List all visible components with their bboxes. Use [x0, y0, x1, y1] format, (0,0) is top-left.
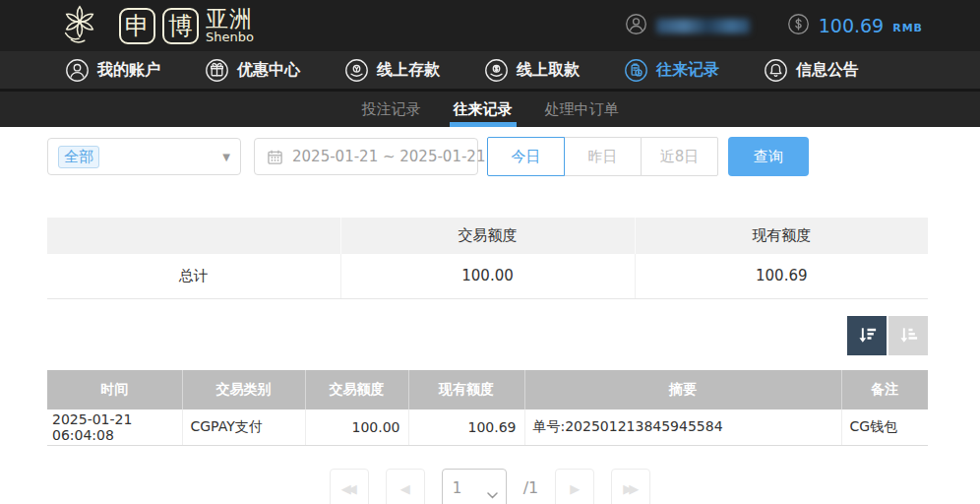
flower-logo-icon: [49, 1, 110, 50]
sort-ascending-button[interactable]: [888, 316, 928, 355]
record-remark: CG钱包: [841, 410, 928, 446]
balance-amount: 100.69: [819, 15, 884, 36]
range-yesterday-button[interactable]: 昨日: [564, 137, 642, 176]
summary-total-current-balance: 100.69: [635, 254, 928, 298]
range-today-button[interactable]: 今日: [487, 137, 565, 176]
nav-item-label: 我的账户: [97, 60, 160, 81]
nav-item-label: 往来记录: [656, 60, 719, 81]
records-header-type: 交易类别: [182, 370, 305, 410]
page-select[interactable]: 1: [442, 469, 507, 504]
topbar: 申 博 亚洲 Shenbo: [0, 0, 980, 51]
summary-total-transaction-amount: 100.00: [340, 254, 635, 298]
table-row: 2025-01-21 06:04:08 CGPAY支付 100.00 100.6…: [47, 410, 928, 446]
logo-char-2: 博: [162, 8, 199, 44]
type-select[interactable]: 全部 ▼: [47, 138, 241, 175]
user-icon: [625, 13, 647, 39]
record-amount: 100.00: [305, 410, 408, 446]
records-header-time: 时间: [47, 370, 182, 410]
logo-char-1: 申: [119, 8, 155, 44]
account-button[interactable]: [625, 13, 750, 39]
deposit-icon: [344, 58, 369, 83]
nav-item-transactions[interactable]: 往来记录: [624, 58, 719, 83]
bell-icon: [764, 58, 788, 83]
select-caret-icon: ▼: [222, 152, 230, 162]
user-icon: [65, 58, 90, 83]
date-range-input[interactable]: 2025-01-21 ~ 2025-01-21: [254, 138, 478, 175]
page-total-label: /1: [523, 469, 539, 504]
last-page-button[interactable]: ▶▶: [611, 469, 650, 504]
username-redacted: [656, 19, 750, 33]
filter-bar: 全部 ▼ 2025-01-21 ~ 2025-01-21 今日 昨日 近8日: [47, 137, 928, 176]
main-nav: 我的账户 优惠中心: [0, 51, 980, 92]
nav-item-my-account[interactable]: 我的账户: [65, 58, 160, 83]
nav-item-label: 优惠中心: [237, 60, 300, 81]
brand-logo: 申 博 亚洲 Shenbo: [49, 1, 254, 50]
summary-total-label: 总计: [47, 254, 340, 298]
sort-descending-button[interactable]: [847, 316, 887, 355]
next-page-button[interactable]: ▶: [555, 469, 594, 504]
first-page-icon: ◀◀: [341, 481, 357, 496]
sub-nav: 投注记录 往来记录 处理中订单: [0, 92, 980, 127]
nav-item-label: 线上存款: [377, 60, 440, 81]
search-button[interactable]: 查询: [728, 137, 809, 176]
type-select-value: 全部: [58, 146, 99, 168]
content-area: 全部 ▼ 2025-01-21 ~ 2025-01-21 今日 昨日 近8日: [0, 137, 980, 504]
balance-display: 100.69 RMB: [787, 13, 923, 39]
nav-item-deposit[interactable]: 线上存款: [344, 58, 440, 83]
quick-range-group: 今日 昨日 近8日: [487, 137, 718, 176]
withdraw-icon: [484, 58, 509, 83]
summary-table: 交易额度 现有额度 总计 100.00 100.69: [47, 218, 928, 299]
tab-processing-orders[interactable]: 处理中订单: [543, 92, 621, 127]
balance-currency: RMB: [892, 22, 923, 34]
logo-subtitle: Shenbo: [206, 31, 254, 44]
records-header-amount: 交易额度: [305, 370, 408, 410]
nav-item-promotions[interactable]: 优惠中心: [205, 58, 300, 83]
summary-header-transaction-amount: 交易额度: [340, 218, 635, 254]
transactions-icon: [624, 58, 648, 83]
records-table: 时间 交易类别 交易额度 现有额度 摘要 备注 2025-01-21 06:04…: [47, 370, 928, 447]
range-last8days-button[interactable]: 近8日: [641, 137, 718, 176]
table-row: 总计 100.00 100.69: [47, 254, 928, 298]
summary-header-row: 交易额度 现有额度: [47, 218, 928, 254]
app-window: 申 博 亚洲 Shenbo: [0, 0, 980, 504]
records-header-summary: 摘要: [524, 370, 841, 410]
gift-icon: [205, 58, 229, 83]
nav-item-announcements[interactable]: 信息公告: [764, 58, 859, 83]
sort-desc-icon: [856, 324, 879, 346]
logo-region: 亚洲: [206, 7, 254, 31]
first-page-button[interactable]: ◀◀: [330, 469, 369, 504]
record-summary: 单号:202501213845945584: [524, 410, 841, 446]
nav-item-withdraw[interactable]: 线上取款: [484, 58, 580, 83]
prev-page-button[interactable]: ◀: [386, 469, 425, 504]
calendar-icon: [267, 149, 283, 165]
date-range-value: 2025-01-21 ~ 2025-01-21: [292, 148, 485, 165]
summary-header-empty: [47, 218, 340, 254]
last-page-icon: ▶▶: [623, 481, 639, 496]
record-balance: 100.69: [408, 410, 524, 446]
records-header-remark: 备注: [841, 370, 928, 410]
tab-transaction-records[interactable]: 往来记录: [452, 92, 515, 127]
sort-controls: [0, 316, 928, 355]
dollar-circle-icon: [787, 13, 810, 39]
next-page-icon: ▶: [570, 481, 580, 496]
tab-betting-records[interactable]: 投注记录: [360, 92, 423, 127]
record-time: 2025-01-21 06:04:08: [47, 410, 182, 446]
prev-page-icon: ◀: [400, 481, 410, 496]
records-header-row: 时间 交易类别 交易额度 现有额度 摘要 备注: [47, 370, 928, 410]
nav-item-label: 信息公告: [796, 60, 859, 81]
summary-header-current-balance: 现有额度: [635, 218, 928, 254]
pagination: ◀◀ ◀ 1 /1 ▶ ▶▶: [0, 469, 980, 504]
records-header-balance: 现有额度: [408, 370, 524, 410]
nav-item-label: 线上取款: [517, 60, 580, 81]
sort-asc-icon: [897, 324, 920, 346]
record-type: CGPAY支付: [182, 410, 305, 446]
